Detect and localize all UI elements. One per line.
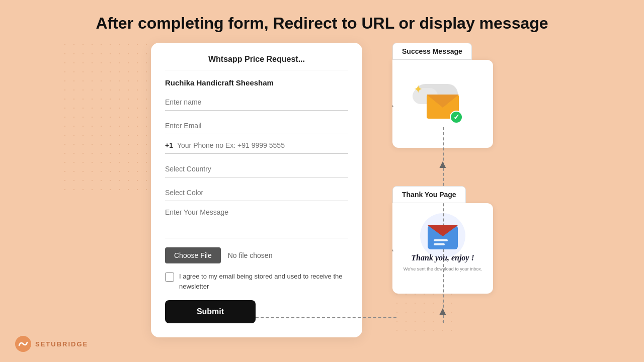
message-textarea[interactable] (165, 208, 348, 238)
arrow-left-2: ▲ (392, 243, 395, 254)
choose-file-button[interactable]: Choose File (165, 247, 221, 263)
file-label: No file chosen (228, 251, 273, 259)
checkbox-row: I agree to my email being stored and use… (165, 272, 348, 291)
logo-text: SETUBRIDGE (35, 340, 88, 348)
main-layout: Whtsapp Price Request... Ruchika Handicr… (0, 43, 644, 337)
thankyou-tab-label: Thank You Page (392, 186, 466, 203)
country-input[interactable] (165, 161, 348, 177)
dashed-connector (256, 317, 396, 318)
file-row: Choose File No file chosen (165, 247, 348, 263)
success-visual: ✓ ✦ (413, 84, 473, 124)
form-card: Whtsapp Price Request... Ruchika Handicr… (151, 43, 362, 337)
blue-envelope-svg (428, 225, 458, 249)
thankyou-subtext: We've sent the download to your inbox. (404, 266, 482, 272)
svg-rect-5 (434, 243, 445, 245)
sparkle-icon: ✦ (414, 83, 423, 96)
newsletter-checkbox[interactable] (165, 273, 174, 282)
thankyou-envelope (428, 225, 458, 249)
arrow-left: ▲ (392, 99, 395, 109)
phone-row: +1 (165, 141, 348, 154)
logo-icon (15, 336, 31, 352)
right-panels: Success Message ▲ ✓ (392, 43, 493, 318)
logo-svg (18, 340, 28, 347)
form-product-name: Ruchika Handicraft Sheesham (165, 78, 348, 87)
phone-code: +1 (165, 141, 173, 149)
name-input[interactable] (165, 94, 348, 111)
svg-rect-4 (434, 239, 448, 241)
color-input[interactable] (165, 185, 348, 201)
check-badge: ✓ (450, 111, 463, 124)
arrow-between: ▲ (392, 158, 493, 171)
page-header: After completing form, Redirect to URL o… (0, 0, 644, 43)
checkbox-label: I agree to my email being stored and use… (179, 272, 348, 291)
phone-input[interactable] (177, 141, 348, 149)
thankyou-text: Thank you, enjoy ! (411, 253, 474, 262)
form-title: Whtsapp Price Request... (165, 55, 348, 70)
success-tab-label: Success Message (392, 43, 472, 60)
email-input[interactable] (165, 118, 348, 134)
envelope-container: ✓ (427, 95, 459, 121)
submit-button[interactable]: Submit (165, 300, 256, 323)
logo-area: SETUBRIDGE (15, 336, 88, 352)
arrow-bottom: ▲ (392, 305, 493, 318)
